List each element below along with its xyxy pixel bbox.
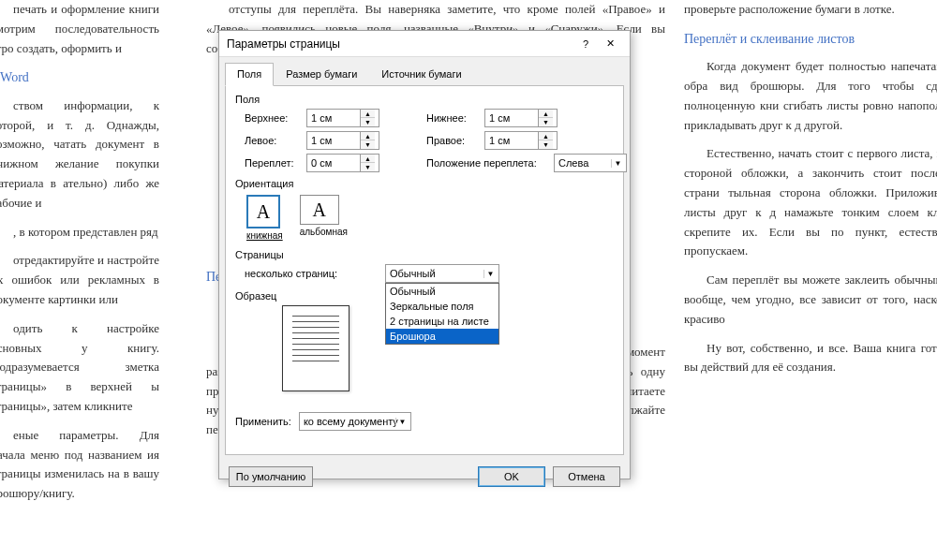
spin-down-icon[interactable]: ▼	[539, 118, 553, 126]
chevron-down-icon: ▼	[395, 418, 409, 426]
pages-group-label: Страницы	[235, 249, 614, 260]
tab-paper-source[interactable]: Источник бумаги	[369, 63, 473, 85]
orientation-portrait[interactable]: A книжная	[246, 195, 283, 242]
spin-down-icon[interactable]: ▼	[361, 140, 375, 149]
left-margin-label: Левое:	[245, 135, 301, 146]
para: печать и оформление книги смотрим послед…	[0, 0, 159, 58]
spin-up-icon[interactable]: ▲	[361, 155, 375, 163]
para: Когда документ будет полностью напечатан…	[684, 57, 937, 135]
tab-panel: Поля Верхнее: ▲▼ Нижнее: ▲▼ Левое: ▲▼ Пр…	[225, 86, 624, 455]
apply-to-label: Применить:	[235, 416, 291, 427]
chevron-down-icon: ▼	[483, 270, 497, 278]
sample-preview	[282, 305, 350, 391]
dialog-footer: По умолчанию OK Отмена	[219, 461, 630, 493]
tab-paper-size[interactable]: Размер бумаги	[274, 63, 369, 85]
text-col-right: проверьте расположение бумаги в лотке. П…	[684, 0, 937, 387]
page-setup-dialog: Параметры страницы ? ✕ Поля Размер бумаг…	[218, 30, 631, 479]
multi-option-two-per-sheet[interactable]: 2 страницы на листе	[386, 314, 498, 329]
para: , в котором представлен ряд	[0, 223, 159, 243]
para: Естественно, начать стоит с первого лист…	[684, 144, 937, 261]
spin-down-icon[interactable]: ▼	[361, 118, 375, 126]
gutter-input[interactable]: ▲▼	[306, 154, 379, 172]
spin-up-icon[interactable]: ▲	[361, 110, 375, 118]
tab-margins[interactable]: Поля	[225, 63, 274, 86]
para: одить к настройке основных у книгу. Подр…	[0, 319, 159, 417]
apply-to-select[interactable]: ко всему документу▼	[299, 412, 411, 431]
gutter-pos-label: Положение переплета:	[426, 157, 548, 169]
portrait-icon: A	[246, 195, 280, 228]
left-margin-input[interactable]: ▲▼	[306, 131, 379, 150]
multi-pages-label: несколько страниц:	[245, 268, 348, 279]
close-icon: ✕	[606, 37, 615, 50]
multi-pages-dropdown-list: Обычный Зеркальные поля 2 страницы на ли…	[385, 283, 499, 345]
dialog-title: Параметры страницы	[227, 37, 573, 51]
default-button[interactable]: По умолчанию	[229, 466, 313, 487]
para: Ну вот, собственно, и все. Ваша книга го…	[684, 339, 937, 378]
cancel-button[interactable]: Отмена	[553, 466, 620, 487]
right-margin-input[interactable]: ▲▼	[484, 131, 558, 150]
text-col-left: печать и оформление книги смотрим послед…	[0, 0, 159, 560]
ok-button[interactable]: OK	[478, 466, 545, 487]
spin-down-icon[interactable]: ▼	[539, 140, 553, 149]
para: еные параметры. Для начала меню под назв…	[0, 426, 159, 504]
multi-option-mirror[interactable]: Зеркальные поля	[386, 299, 498, 314]
spin-up-icon[interactable]: ▲	[539, 110, 553, 118]
orientation-landscape[interactable]: A альбомная	[300, 195, 348, 242]
heading: Переплёт и склеивание листов	[684, 29, 937, 50]
right-margin-label: Правое:	[426, 135, 479, 146]
help-button[interactable]: ?	[573, 35, 598, 53]
chevron-down-icon: ▼	[611, 159, 624, 168]
margins-group-label: Поля	[235, 94, 614, 105]
heading: в Word	[0, 67, 159, 88]
top-margin-input[interactable]: ▲▼	[306, 109, 379, 127]
spin-up-icon[interactable]: ▲	[361, 132, 375, 140]
multi-pages-select[interactable]: Обычный▼ Обычный Зеркальные поля 2 стран…	[385, 264, 499, 283]
bottom-margin-label: Нижнее:	[426, 112, 479, 124]
para: проверьте расположение бумаги в лотке.	[684, 0, 937, 20]
gutter-label: Переплет:	[245, 157, 301, 169]
spin-down-icon[interactable]: ▼	[361, 163, 375, 171]
gutter-pos-select[interactable]: Слева▼	[554, 154, 627, 172]
multi-option-booklet[interactable]: Брошюра	[386, 329, 498, 344]
para: отредактируйте и настройте их ошибок или…	[0, 251, 159, 309]
dialog-titlebar[interactable]: Параметры страницы ? ✕	[219, 31, 630, 57]
multi-option-normal[interactable]: Обычный	[386, 284, 498, 299]
close-button[interactable]: ✕	[598, 35, 622, 53]
tabs: Поля Размер бумаги Источник бумаги	[225, 63, 624, 86]
landscape-icon: A	[300, 195, 339, 225]
bottom-margin-input[interactable]: ▲▼	[484, 109, 558, 127]
para: Сам переплёт вы можете заклеить обычным …	[684, 271, 937, 329]
para: ством информации, к которой, и т. д. Одн…	[0, 96, 159, 214]
spin-up-icon[interactable]: ▲	[539, 132, 553, 140]
orientation-group-label: Ориентация	[235, 178, 614, 189]
top-margin-label: Верхнее:	[245, 112, 301, 124]
